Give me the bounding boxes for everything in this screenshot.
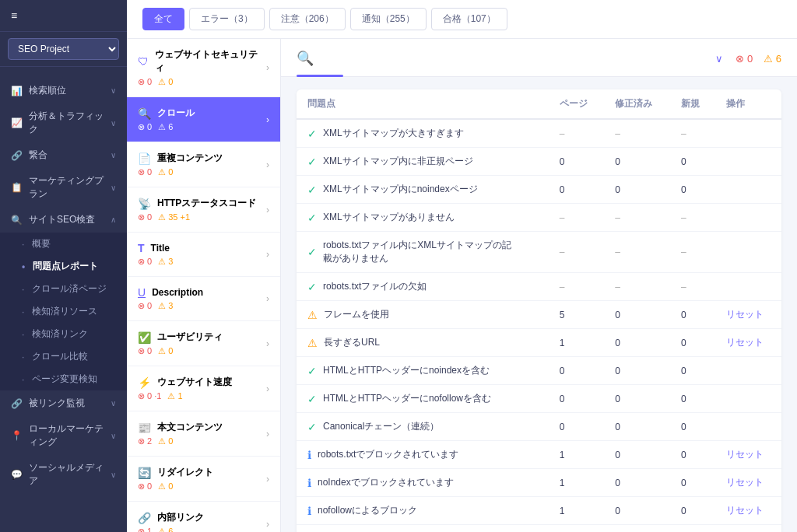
marketing-icon: 📋: [11, 182, 23, 193]
page-cell: –: [549, 232, 604, 273]
search-rank-icon: 📊: [11, 86, 23, 96]
redirect-warn-count: ⚠ 0: [158, 481, 173, 492]
fixed-cell: 0: [604, 176, 670, 204]
action-cell: [715, 413, 781, 441]
sidebar-menu: 📊検索順位 ∨ 📈分析＆トラフィック ∨ 🔗繋合 ∨ 📋マーケティングプラン ∨…: [0, 78, 127, 532]
panel-item-body[interactable]: 📰本文コンテンツ ⊗ 2 ⚠ 0 ›: [127, 411, 280, 457]
sidebar-item-local[interactable]: 📍ローカルマーケティング ∨: [0, 416, 127, 455]
chevron-right-icon: ›: [266, 293, 269, 304]
col-page: ページ: [549, 89, 604, 119]
page-cell: 1: [549, 497, 604, 525]
sidebar-item-site-seo[interactable]: 🔍サイトSEO検査 ∧: [0, 207, 127, 233]
filter-notification[interactable]: 通知（255）: [350, 8, 427, 30]
sidebar-item-backlink[interactable]: 🔗被リンク監視 ∨: [0, 390, 127, 416]
panel-item-http[interactable]: 📡HTTPステータスコード ⊗ 0 ⚠ 35 +1 ›: [127, 187, 280, 233]
panel-item-usability[interactable]: ✅ユーザビリティ ⊗ 0 ⚠ 0 ›: [127, 321, 280, 366]
sidebar-sub-item-crawled[interactable]: クロール済ページ: [0, 278, 127, 300]
panel-item-crawl[interactable]: 🔍クロール ⊗ 0 ⚠ 6 ›: [127, 97, 280, 142]
page-cell: 1: [549, 469, 604, 497]
content-area: 🛡ウェブサイトセキュリティ ⊗ 0 ⚠ 0 › 🔍クロール ⊗ 0 ⚠ 6: [127, 39, 797, 532]
sidebar-item-analytics[interactable]: 📈分析＆トラフィック ∨: [0, 103, 127, 142]
action-cell[interactable]: リセット: [715, 329, 781, 357]
new-cell: 0: [670, 357, 715, 385]
issue-cell: ✓ XMLサイトマップが大きすぎます: [297, 119, 549, 148]
action-cell: [715, 385, 781, 413]
filter-notice[interactable]: 注意（206）: [269, 8, 346, 30]
page-cell: 0: [549, 413, 604, 441]
filter-pass[interactable]: 合格（107）: [431, 8, 507, 30]
sidebar-header[interactable]: ≡: [0, 0, 127, 32]
reset-button[interactable]: リセット: [726, 309, 764, 320]
fixed-cell: 0: [604, 413, 670, 441]
sidebar-sub-item-issues[interactable]: 問題点レポート: [0, 255, 127, 278]
panel-item-speed[interactable]: ⚡ウェブサイト速度 ⊗ 0 ·1 ⚠ 1 ›: [127, 366, 280, 411]
description-error-count: ⊗ 0: [138, 301, 152, 311]
panel-item-description[interactable]: UDescription ⊗ 0 ⚠ 3 ›: [127, 277, 280, 321]
fixed-cell: –: [604, 204, 670, 232]
fixed-cell: 0: [604, 301, 670, 329]
action-cell: [715, 148, 781, 176]
action-cell: [715, 204, 781, 232]
left-panel: 🛡ウェブサイトセキュリティ ⊗ 0 ⚠ 0 › 🔍クロール ⊗ 0 ⚠ 6: [127, 39, 281, 532]
title-warn-count: ⚠ 3: [158, 257, 173, 267]
panel-item-title[interactable]: TTitle ⊗ 0 ⚠ 3 ›: [127, 233, 280, 277]
action-cell[interactable]: リセット: [715, 497, 781, 525]
social-icon: 💬: [11, 469, 23, 480]
usability-warn-count: ⚠ 0: [158, 346, 173, 356]
description-icon: U: [138, 286, 146, 299]
sidebar-submenu-site-seo: 概要 問題点レポート クロール済ページ 検知済リソース 検知済リンク クロール比…: [0, 233, 127, 390]
sidebar-item-search-rank[interactable]: 📊検索順位 ∨: [0, 78, 127, 103]
redirect-error-count: ⊗ 0: [138, 481, 152, 492]
chevron-right-icon: ›: [266, 383, 269, 394]
reset-button[interactable]: リセット: [726, 337, 764, 348]
page-cell: –: [549, 273, 604, 301]
filter-all[interactable]: 全て: [142, 8, 184, 30]
explain-button[interactable]: ∨: [712, 53, 723, 65]
duplicate-warn-count: ⚠ 0: [158, 167, 173, 177]
chevron-right-icon: ›: [266, 338, 269, 349]
project-select[interactable]: SEO Project: [8, 38, 119, 60]
status-icon: ℹ: [307, 505, 311, 517]
chevron-icon: ∨: [111, 432, 116, 440]
panel-item-security[interactable]: 🛡ウェブサイトセキュリティ ⊗ 0 ⚠ 0 ›: [127, 39, 280, 97]
table-row: ℹ nofollowによるブロック 1 0 0 リセット: [297, 497, 781, 525]
new-cell: 0: [670, 385, 715, 413]
panel-item-internal-link[interactable]: 🔗内部リンク ⊗ 1 ⚠ 6 ›: [127, 502, 280, 532]
fixed-cell: –: [604, 232, 670, 273]
table-row: ✓ Canonicalチェーン（連続） 0 0 0: [297, 413, 781, 441]
usability-icon: ✅: [138, 331, 151, 344]
sidebar-item-marketing[interactable]: 📋マーケティングプラン ∨: [0, 168, 127, 207]
reset-button[interactable]: リセット: [726, 477, 764, 488]
sidebar-item-integration[interactable]: 🔗繋合 ∨: [0, 142, 127, 168]
status-icon: ✓: [307, 212, 317, 224]
sidebar-sub-item-resources[interactable]: 検知済リソース: [0, 300, 127, 323]
filter-error[interactable]: エラー（3）: [189, 8, 265, 30]
sidebar-project[interactable]: SEO Project: [0, 32, 127, 67]
new-cell: 0: [670, 525, 715, 533]
duplicate-icon: 📄: [138, 152, 151, 165]
crawl-title-icon: 🔍: [297, 50, 314, 67]
sidebar-sub-item-links[interactable]: 検知済リンク: [0, 323, 127, 345]
sidebar-sub-item-compare[interactable]: クロール比較: [0, 345, 127, 368]
reset-button[interactable]: リセット: [726, 449, 764, 460]
chevron-icon: ∨: [111, 86, 116, 95]
sidebar-item-social[interactable]: 💬ソーシャルメディア ∨: [0, 455, 127, 494]
sidebar-sub-item-change[interactable]: ページ変更検知: [0, 368, 127, 390]
action-cell[interactable]: リセット: [715, 441, 781, 469]
action-cell[interactable]: リセット: [715, 469, 781, 497]
reset-button[interactable]: リセット: [726, 505, 764, 516]
issue-cell: ✓ robots.txtファイル内にXMLサイトマップの記載がありません: [297, 232, 549, 273]
status-icon: ✓: [307, 128, 317, 140]
panel-item-duplicate[interactable]: 📄重複コンテンツ ⊗ 0 ⚠ 0 ›: [127, 142, 280, 187]
issue-cell: ✓ robots.txtファイルの欠如: [297, 273, 549, 301]
issue-cell: ⚠ 長すぎるURL: [297, 329, 549, 357]
action-cell[interactable]: リセット: [715, 525, 781, 533]
issue-cell: ℹ noIndexでブロックされています: [297, 469, 549, 497]
page-cell: –: [549, 204, 604, 232]
action-cell[interactable]: リセット: [715, 301, 781, 329]
panel-item-redirect[interactable]: 🔄リダイレクト ⊗ 0 ⚠ 0 ›: [127, 457, 280, 502]
chevron-right-icon: ›: [266, 429, 269, 439]
sidebar-sub-item-overview[interactable]: 概要: [0, 233, 127, 255]
main-content: 全て エラー（3） 注意（206） 通知（255） 合格（107） 🛡ウェブサイ…: [127, 0, 797, 532]
fixed-cell: –: [604, 273, 670, 301]
